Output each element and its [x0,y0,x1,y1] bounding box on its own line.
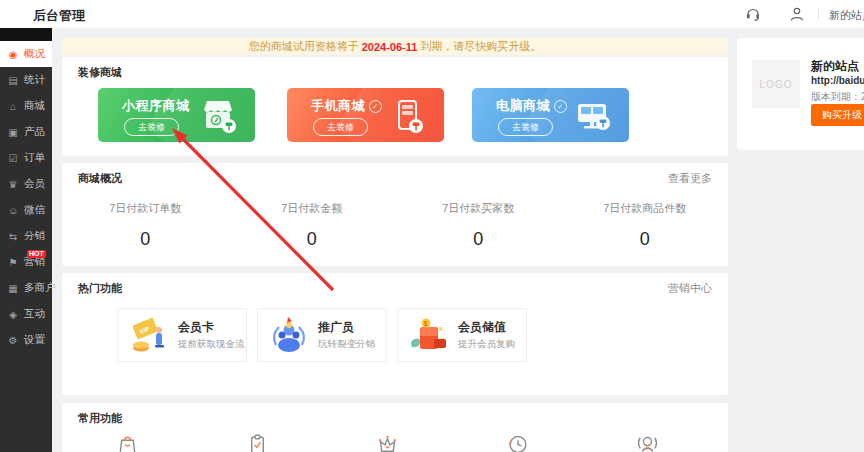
sidebar-item-label: 统计 [24,73,45,87]
site-info-panel: LOGO 新的站点试用 http://baidusx- 版本到期：2024- 购… [737,38,864,150]
sidebar-item-label: 多商户 [24,281,56,295]
card-title: 小程序商城 [122,97,190,115]
app-title: 后台管理 [33,7,85,25]
sidebar-item-label: 产品 [24,125,45,139]
expiry-date: 2024-06-11 [362,41,418,53]
sidebar-item[interactable]: ⌂ 商城 [0,93,52,119]
sidebar-item-label: 概况 [24,47,45,61]
site-switcher[interactable]: 新的站点 [829,8,864,23]
order-manage-icon [244,431,271,452]
trial-expiry-banner: 您的商城试用资格将于 2024-06-11 到期，请尽快购买升级。 [62,38,728,55]
sidebar-item[interactable]: ⇆ 分销 [0,223,52,249]
stat-value: 0 [562,229,729,250]
desktop-monitor-icon [571,97,613,135]
stat-value: 0 [395,229,562,250]
sidebar-item[interactable]: ◈ 互动 [0,301,52,327]
hot-features-panel: 热门功能 营销中心 VIP 会员卡 提前获取现金流 [62,273,728,395]
sidebar-item-label: 微信 [24,203,45,217]
sidebar-item[interactable]: ▤ 统计 [0,67,52,93]
member-card-feature[interactable]: VIP 会员卡 提前获取现金流 [117,308,247,362]
marketing-icon: ⚑ [7,257,19,268]
common-functions-row: 产品管理 订单管理 [62,431,712,452]
feature-title: 会员卡 [178,319,214,336]
stat-label: 7日付款订单数 [62,201,229,216]
sidebar-item[interactable]: ▣ 产品 [0,119,52,145]
sidebar-item[interactable]: ⚑ 营销 HOT [0,249,52,275]
go-decorate-button[interactable]: 去装修 [498,118,553,136]
banner-text-suffix: 到期，请尽快购买升级。 [420,39,541,54]
verified-check-icon: ✓ [554,100,567,113]
site-url: http://baidusx- [811,75,864,86]
buy-upgrade-button[interactable]: 购买升级 [811,104,864,126]
member-manage-shortcut[interactable]: 会员管理 [322,431,452,452]
card-title: 电脑商城✓ [496,97,567,115]
site-logo-placeholder: LOGO [752,60,800,108]
hot-panel-title: 热门功能 [78,281,122,296]
distribution-icon: ⇆ [7,231,19,242]
top-header: 后台管理 新的站点 [0,0,864,28]
product-manage-shortcut[interactable]: 产品管理 [62,431,192,452]
sidebar-item[interactable]: ☺ 微信 [0,197,52,223]
sidebar-item-label: 设置 [24,333,45,347]
stored-value-feature[interactable]: $ 会员储值 提升会员复购 [397,308,527,362]
stat-item: 7日付款买家数 0 [395,201,562,250]
feature-title: 推广员 [318,319,354,336]
flash-sale-shortcut[interactable]: 限时促销 [452,431,582,452]
mall-overview-panel: 商城概况 查看更多 7日付款订单数 0 7日付款金额 0 7日付款买家数 [62,163,728,266]
sidebar: ◉ 概况 ▤ 统计 ⌂ 商城 ▣ 产品 ☑ [0,28,52,452]
view-more-link[interactable]: 查看更多 [668,171,712,186]
stat-label: 7日付款金额 [229,201,396,216]
common-functions-panel: 常用功能 产品管理 订单管理 [62,403,728,452]
stats-icon: ▤ [7,75,19,86]
flash-sale-icon [504,431,531,452]
stats-row: 7日付款订单数 0 7日付款金额 0 7日付款买家数 0 7日付款商品 [62,201,728,250]
product-icon: ▣ [7,127,19,138]
sidebar-item[interactable]: ▦ 多商户 [0,275,52,301]
mall-icon: ⌂ [7,101,19,112]
order-icon: ☑ [7,153,19,164]
multi-merchant-icon: ▦ [7,283,19,294]
settings-icon: ⚙ [7,335,19,346]
hot-badge: HOT [27,250,46,258]
promoter-illustration [268,315,310,355]
shop-storefront-icon [197,97,239,135]
stat-item: 7日付款订单数 0 [62,201,229,250]
sidebar-item[interactable]: ♛ 会员 [0,171,52,197]
verified-check-icon: ✓ [369,100,382,113]
marketing-center-link[interactable]: 营销中心 [668,281,712,296]
pc-mall-card[interactable]: 电脑商城✓ 去装修 [472,88,629,142]
sidebar-item-label: 商城 [24,99,45,113]
mini-program-mall-card[interactable]: 小程序商城 去装修 [98,88,255,142]
feature-subtitle: 玩转裂变分销 [318,338,375,351]
feature-subtitle: 提前获取现金流 [178,338,245,351]
sidebar-item[interactable]: ◉ 概况 [0,41,52,67]
sidebar-item-label: 互动 [24,307,45,321]
go-decorate-button[interactable]: 去装修 [313,118,368,136]
version-expiry: 版本到期：2024- [811,90,864,104]
stat-item: 7日付款金额 0 [229,201,396,250]
sidebar-item-label: 分销 [24,229,45,243]
product-manage-icon [114,431,141,452]
order-manage-shortcut[interactable]: 订单管理 [192,431,322,452]
go-decorate-button[interactable]: 去装修 [124,118,179,136]
feature-subtitle: 提升会员复购 [458,338,515,351]
stat-item: 7日付款商品件数 0 [562,201,729,250]
sidebar-item-label: 会员 [24,177,45,191]
mobile-mall-card[interactable]: 手机商城✓ 去装修 [287,88,444,142]
decorate-panel-title: 装修商城 [78,65,122,80]
stat-label: 7日付款买家数 [395,201,562,216]
group-buy-icon [634,431,661,452]
wallet-illustration: $ [408,315,450,355]
member-manage-icon [374,431,401,452]
sidebar-item[interactable]: ☑ 订单 [0,145,52,171]
sidebar-item[interactable]: ⚙ 设置 [0,327,52,353]
sidebar-top-cap [0,28,52,41]
decorate-mall-panel: 装修商城 小程序商城 去装修 [62,57,728,156]
vip-card-illustration: VIP [128,315,170,355]
group-buy-shortcut[interactable]: 拼团 [582,431,712,452]
user-account-icon[interactable] [788,5,806,23]
support-headset-icon[interactable] [744,5,762,23]
common-panel-title: 常用功能 [78,411,122,426]
overview-icon: ◉ [7,49,19,60]
promoter-feature[interactable]: 推广员 玩转裂变分销 [257,308,387,362]
